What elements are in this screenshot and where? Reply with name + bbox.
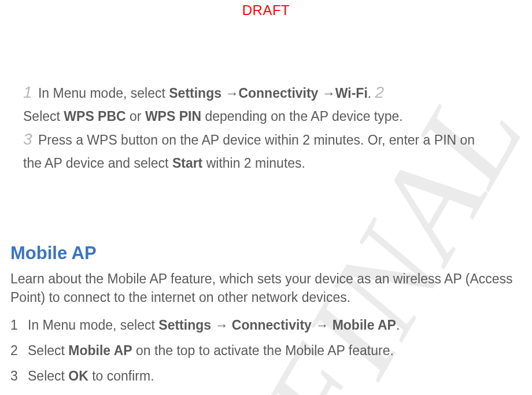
list-text: Select Mobile AP on the top to activate … [28,338,394,363]
list-number-1: 1 [10,312,28,338]
bold-settings: Settings [158,318,211,333]
list-item: 2 Select Mobile AP on the top to activat… [10,338,515,363]
list-number-3: 3 [10,363,28,389]
text: Select [28,368,68,383]
section-intro: Learn about the Mobile AP feature, which… [10,270,526,307]
bold-start: Start [172,156,202,171]
bold-connectivity: Connectivity [238,86,318,101]
list-text: In Menu mode, select Settings → Connecti… [28,312,400,338]
text: → [211,318,232,333]
text: to confirm. [88,368,154,383]
text: . [368,86,375,101]
text: within 2 minutes. [202,156,305,171]
text: or [126,109,145,124]
text: on the top to activate the Mobile AP fea… [132,343,394,358]
text: In Menu mode, select [28,318,158,333]
bold-mobile-ap: Mobile AP [68,343,132,358]
document-page: DRAFT FINAL 1 In Menu mode, select Setti… [0,0,532,395]
instruction-block-1: 1 In Menu mode, select Settings →Connect… [23,81,492,175]
text: → [221,86,238,101]
text: → [312,318,332,333]
text: Select [28,343,68,358]
bold-mobile-ap: Mobile AP [332,318,396,333]
list-item: 1 In Menu mode, select Settings → Connec… [10,312,515,338]
bold-ok: OK [68,368,88,383]
step-number-1: 1 [23,83,32,101]
draft-watermark-top: DRAFT [0,2,532,19]
text: . [396,318,400,333]
bold-wps-pin: WPS PIN [145,109,201,124]
step-number-2: 2 [375,83,385,101]
list-text: Select OK to confirm. [28,363,154,389]
bold-settings: Settings [169,86,221,101]
bold-wps-pbc: WPS PBC [64,109,125,124]
text: depending on the AP device type. [201,109,403,124]
section-heading-mobile-ap: Mobile AP [10,243,97,264]
bold-connectivity: Connectivity [232,318,312,333]
text: → [318,86,335,101]
bold-wifi: Wi-Fi [335,86,368,101]
list-item: 3 Select OK to confirm. [10,363,515,389]
list-number-2: 2 [10,338,28,363]
step-number-3: 3 [23,130,32,148]
text: Select [23,109,64,124]
text: In Menu mode, select [35,86,169,101]
ordered-list: 1 In Menu mode, select Settings → Connec… [10,312,515,389]
